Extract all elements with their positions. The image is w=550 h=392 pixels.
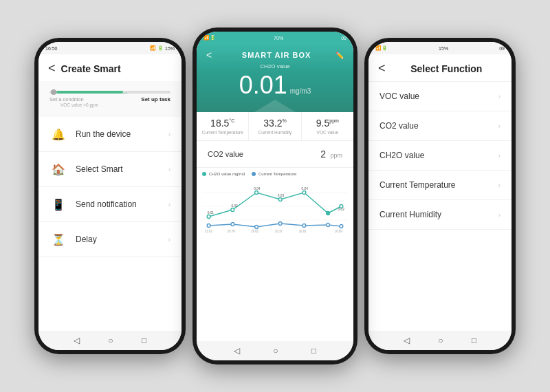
ch2o-function-label: CH2O value	[380, 151, 498, 160]
function-list: VOC value › CO2 value › CH2O value › Cur…	[368, 82, 512, 331]
delay-label: Delay	[76, 235, 168, 244]
svg-point-19	[278, 222, 282, 226]
co2-function-label: CO2 value	[380, 121, 498, 131]
voc-chevron: ›	[498, 93, 500, 100]
stat-temperature: 18.5°C Current Temperature	[197, 112, 249, 140]
svg-point-3	[207, 215, 210, 219]
run-device-icon: 🔔	[50, 125, 67, 143]
phone3: 📶🔋 15% 09 < Select Function VOC value ›	[364, 38, 516, 354]
phone1-time: 16:50	[45, 46, 58, 51]
svg-text:0.01: 0.01	[208, 211, 214, 215]
progress-arrow: →	[121, 89, 128, 96]
nav-back[interactable]: ◁	[74, 336, 80, 345]
main-value-container: 0.01 mg/m3	[206, 71, 344, 100]
phone3-title: Select Function	[391, 63, 502, 74]
svg-text:0.04: 0.04	[302, 187, 309, 190]
phone2-nav-recent[interactable]: □	[311, 346, 316, 356]
step1-label: Set a condition	[50, 96, 84, 102]
main-value: 0.01	[239, 71, 287, 100]
step2-label: Set up task	[141, 96, 170, 102]
stats-row: 18.5°C Current Temperature 33.2% Current…	[197, 112, 353, 141]
co2-value-container: 2 ppm	[320, 148, 342, 160]
svg-point-21	[327, 224, 330, 227]
phone1-status-icons: 📶 🔋 15%	[150, 45, 175, 51]
menu-item-select-smart[interactable]: 🏠 Select Smart ›	[38, 152, 182, 187]
phone2-nav-back[interactable]: ◁	[234, 346, 240, 356]
progress-dot	[51, 89, 56, 95]
svg-point-4	[231, 208, 234, 212]
progress-track: →	[50, 91, 170, 94]
menu-item-send-notification[interactable]: 📱 Send notification ›	[38, 187, 182, 222]
svg-text:0.02: 0.02	[338, 208, 345, 211]
svg-text:16.09: 16.09	[335, 230, 342, 233]
function-item-co2[interactable]: CO2 value ›	[368, 111, 512, 141]
phone1-status-bar: 16:50 📶 🔋 15%	[38, 42, 182, 54]
current-temp-label: Current Temperature	[380, 180, 498, 190]
ch2o-legend-dot	[202, 172, 206, 176]
phone3-battery: 15%	[439, 46, 448, 51]
svg-point-20	[302, 224, 306, 228]
menu-item-run-device[interactable]: 🔔 Run the device ›	[38, 117, 182, 152]
phone2-nav-home[interactable]: ○	[273, 346, 278, 356]
function-item-current-temp[interactable]: Current Temperature ›	[368, 171, 512, 200]
svg-text:20.37: 20.37	[275, 230, 283, 233]
back-button[interactable]: <	[48, 61, 56, 76]
phone3-nav-recent[interactable]: □	[472, 336, 476, 345]
phone1-title: Create Smart	[61, 63, 121, 74]
svg-point-17	[231, 223, 234, 226]
function-item-current-humidity[interactable]: Current Humidity ›	[368, 200, 512, 230]
co2-label: CO2 value	[208, 150, 243, 158]
temperature-value: 18.5°C	[199, 118, 245, 129]
phone3-time: 09	[499, 46, 505, 51]
chart-legend: CH2O value mg/m3 Current Temperature	[202, 172, 348, 176]
nav-home[interactable]: ○	[108, 336, 113, 345]
phone2-time: 09	[341, 36, 346, 41]
voc-label: VOC value	[305, 130, 351, 135]
stat-voc: 9.5ppm VOC value	[302, 112, 353, 140]
delay-chevron: ›	[168, 236, 170, 243]
co2-value: 2	[320, 149, 326, 160]
phone2-bottom-nav: ◁ ○ □	[197, 341, 353, 360]
phones-container: 16:50 📶 🔋 15% < Create Smart →	[0, 0, 550, 392]
legend-temp: Current Temperature	[252, 172, 296, 176]
chart-area: CH2O value mg/m3 Current Temperature	[197, 168, 353, 341]
svg-text:0.04: 0.04	[254, 187, 261, 190]
send-notification-chevron: ›	[168, 201, 170, 208]
current-temp-chevron: ›	[498, 182, 500, 189]
phone3-header: < Select Function	[368, 54, 512, 82]
phone3-nav-home[interactable]: ○	[438, 336, 443, 345]
ch2o-chevron: ›	[498, 152, 500, 160]
phone2-status-bar: 📶🔋 70% 09	[197, 32, 353, 44]
ch2o-label: CH2O value	[206, 63, 344, 69]
nav-recent[interactable]: □	[142, 336, 146, 345]
phone2-header: · · · · < SMART AIR BOX ✏️ CH2O value 0.…	[197, 44, 353, 112]
phone1-battery: 15%	[165, 46, 175, 51]
svg-point-7	[302, 191, 306, 195]
svg-point-8	[327, 212, 330, 215]
select-smart-icon: 🏠	[50, 160, 67, 178]
co2-row: CO2 value 2 ppm	[197, 141, 353, 168]
svg-text:10.01: 10.01	[299, 230, 307, 233]
svg-text:0.03: 0.03	[278, 194, 285, 197]
select-smart-label: Select Smart	[76, 164, 168, 174]
co2-unit: ppm	[330, 152, 342, 159]
phone3-nav-back[interactable]: ◁	[404, 336, 410, 345]
phone3-bottom-nav: ◁ ○ □	[368, 331, 512, 350]
voc-sublabel: VOC value >0.ppm	[50, 102, 170, 107]
function-item-voc[interactable]: VOC value ›	[368, 82, 512, 111]
co2-chevron: ›	[498, 122, 500, 130]
delay-icon: ⏳	[50, 230, 67, 248]
svg-text:20.62: 20.62	[251, 230, 258, 233]
temperature-label: Current Temperature	[199, 130, 245, 135]
svg-text:21.01: 21.01	[205, 230, 212, 233]
current-humidity-label: Current Humidity	[380, 210, 498, 219]
phone3-back-button[interactable]: <	[378, 61, 386, 76]
edit-icon[interactable]: ✏️	[336, 52, 344, 59]
phone2-title: SMART AIR BOX	[217, 51, 336, 59]
progress-section: → Set a condition Set up task VOC value …	[38, 81, 182, 117]
phone3-icons: 📶🔋	[375, 45, 388, 51]
phone2-battery: 70%	[274, 36, 283, 41]
function-item-ch2o[interactable]: CH2O value ›	[368, 141, 512, 171]
select-smart-chevron: ›	[168, 166, 170, 173]
menu-item-delay[interactable]: ⏳ Delay ›	[38, 222, 182, 257]
